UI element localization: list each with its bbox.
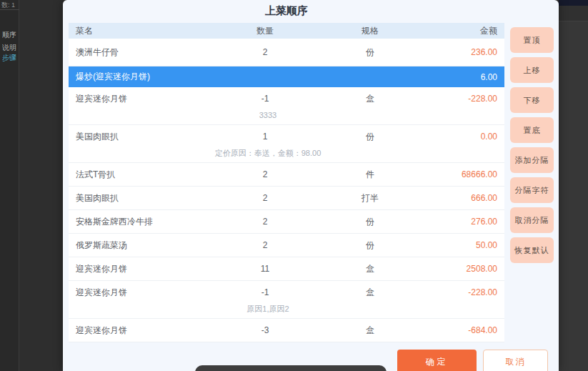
dish-spec: 份 — [338, 216, 402, 228]
serving-order-dialog: 上菜顺序 菜名 数量 规格 金额 澳洲牛仔骨2份236.00爆炒(迎宾迷你月饼)… — [63, 0, 559, 371]
header-dish-name: 菜名 — [69, 25, 233, 37]
dish-spec: 份 — [338, 239, 402, 252]
table-row[interactable]: 美国肉眼扒1份0.00定价原因：奉送，金额：98.00 — [69, 125, 504, 163]
dish-quantity: -3 — [233, 325, 297, 335]
dish-amount: 236.00 — [402, 47, 504, 57]
side-button[interactable]: 取消分隔 — [510, 207, 554, 233]
background-right-panel — [559, 0, 588, 371]
dialog-title: 上菜顺序 — [69, 0, 504, 21]
dish-name: 爆炒(迎宾迷你月饼) — [69, 71, 150, 83]
dish-name: 法式T骨扒 — [69, 169, 233, 181]
background-left-panel: 数: 1 顺序 说明 步骤 — [0, 0, 63, 371]
header-amount: 金额 — [402, 25, 504, 37]
dish-spec: 盒 — [338, 263, 402, 275]
dish-name: 迎宾迷你月饼 — [69, 287, 233, 299]
side-button-column: 置顶上移下移置底添加分隔分隔字符取消分隔恢复默认 — [510, 27, 554, 267]
table-row[interactable]: 迎宾迷你月饼-1盒-228.003333 — [69, 87, 504, 125]
dish-amount: -228.00 — [402, 94, 504, 104]
dish-spec: 盒 — [338, 93, 402, 105]
table-row[interactable]: 澳洲牛仔骨2份236.00 — [69, 39, 504, 66]
toast-notification — [195, 365, 387, 371]
dish-amount: 2508.00 — [402, 264, 504, 274]
divider — [0, 9, 19, 10]
table-row[interactable]: 迎宾迷你月饼11盒2508.00 — [69, 257, 504, 281]
dish-quantity: 2 — [233, 47, 297, 57]
dish-name: 美国肉眼扒 — [69, 192, 233, 204]
dish-quantity: -1 — [233, 287, 297, 297]
table-row[interactable]: 爆炒(迎宾迷你月饼)6.00 — [69, 66, 504, 87]
order-table: 菜名 数量 规格 金额 澳洲牛仔骨2份236.00爆炒(迎宾迷你月饼)6.00迎… — [69, 23, 504, 342]
background-menu-item: 步骤 — [2, 53, 20, 63]
dish-spec: 份 — [338, 131, 402, 143]
dish-amount: 6.00 — [481, 72, 504, 82]
dish-name: 俄罗斯蔬菜汤 — [69, 239, 233, 252]
table-row[interactable]: 美国肉眼扒2打半666.00 — [69, 187, 504, 210]
background-top-bar — [559, 0, 588, 6]
dish-name: 澳洲牛仔骨 — [69, 46, 233, 59]
dish-spec: 份 — [338, 46, 402, 59]
side-button[interactable]: 分隔字符 — [510, 177, 554, 203]
table-row[interactable]: 安格斯金牌西冷牛排2份276.00 — [69, 210, 504, 234]
table-header: 菜名 数量 规格 金额 — [69, 23, 504, 39]
background-shade — [559, 6, 588, 21]
table-body: 澳洲牛仔骨2份236.00爆炒(迎宾迷你月饼)6.00迎宾迷你月饼-1盒-228… — [69, 39, 504, 342]
dish-quantity: 11 — [233, 264, 297, 274]
dish-amount: -228.00 — [402, 287, 504, 297]
table-row[interactable]: 俄罗斯蔬菜汤2份50.00 — [69, 234, 504, 257]
cancel-button[interactable]: 取消 — [483, 350, 548, 371]
dish-name: 迎宾迷你月饼 — [69, 263, 233, 275]
row-note: 定价原因：奉送，金额：98.00 — [69, 148, 467, 162]
dish-spec: 盒 — [338, 287, 402, 299]
header-spec: 规格 — [338, 25, 402, 37]
dish-spec: 打半 — [338, 192, 402, 204]
dish-spec: 盒 — [338, 325, 402, 337]
side-button[interactable]: 上移 — [510, 57, 554, 83]
dish-name: 美国肉眼扒 — [69, 131, 233, 143]
confirm-button[interactable]: 确定 — [397, 350, 477, 371]
dish-quantity: 2 — [233, 240, 297, 250]
dish-amount: 68666.00 — [402, 169, 504, 179]
side-button[interactable]: 添加分隔 — [510, 147, 554, 173]
dish-name: 迎宾迷你月饼 — [69, 93, 233, 105]
background-menu-item: 顺序 — [2, 30, 20, 40]
dish-amount: 0.00 — [402, 132, 504, 142]
dish-amount: 276.00 — [402, 217, 504, 227]
side-button[interactable]: 恢复默认 — [510, 237, 554, 263]
screen: 数: 1 顺序 说明 步骤 上菜顺序 菜名 数量 规格 金额 澳洲牛仔骨2份23… — [0, 0, 588, 371]
header-quantity: 数量 — [233, 25, 297, 37]
dish-spec: 件 — [338, 169, 402, 181]
table-row[interactable]: 迎宾迷你月饼-1盒-228.00原因1,原因2 — [69, 281, 504, 319]
side-button[interactable]: 置底 — [510, 117, 554, 143]
row-note: 3333 — [69, 110, 467, 124]
side-button[interactable]: 置顶 — [510, 27, 554, 53]
side-button[interactable]: 下移 — [510, 87, 554, 113]
dish-quantity: 2 — [233, 193, 297, 203]
dish-amount: 666.00 — [402, 193, 504, 203]
table-row[interactable]: 法式T骨扒2件68666.00 — [69, 163, 504, 187]
dish-quantity: 1 — [233, 132, 297, 142]
dish-quantity: 2 — [233, 169, 297, 179]
dish-amount: -684.00 — [402, 325, 504, 335]
dish-name: 安格斯金牌西冷牛排 — [69, 216, 233, 228]
dish-amount: 50.00 — [402, 240, 504, 250]
dish-quantity: 2 — [233, 217, 297, 227]
table-row[interactable]: 迎宾迷你月饼-3盒-684.00 — [69, 319, 504, 342]
dish-name: 迎宾迷你月饼 — [69, 325, 233, 337]
row-note: 原因1,原因2 — [69, 304, 467, 318]
background-menu-item: 说明 — [2, 43, 20, 53]
dish-quantity: -1 — [233, 94, 297, 104]
